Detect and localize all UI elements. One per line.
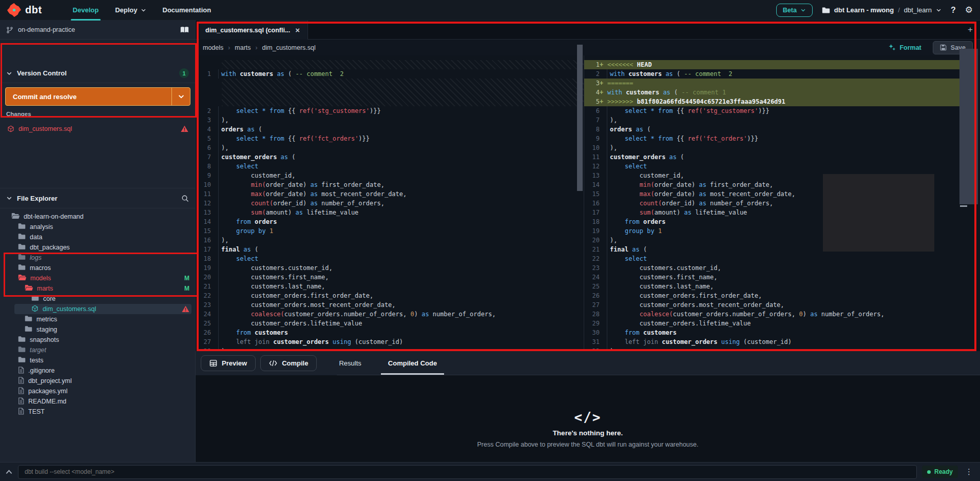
- tab-compiled-code[interactable]: Compiled Code: [386, 351, 439, 375]
- code-line-2: 2 select * from {{ ref('stg_customers')}…: [196, 106, 584, 116]
- format-button[interactable]: Format: [888, 44, 921, 51]
- breadcrumb-marts[interactable]: marts: [235, 44, 251, 51]
- tree-item-marts[interactable]: martsM: [0, 283, 196, 294]
- diff-pane-current[interactable]: 1with customers as ( -- comment 22 selec…: [196, 55, 584, 372]
- code-line-11: 11 max(order_date) as most_recent_order_…: [196, 189, 584, 199]
- tree-item-label: target: [30, 347, 46, 354]
- code-line-10: 10),: [584, 143, 976, 152]
- file-icon: [18, 387, 24, 396]
- dbt-logo-icon: [7, 3, 21, 17]
- dbt-logo[interactable]: dbt: [7, 3, 42, 17]
- code-line-18: 18 select: [196, 254, 584, 263]
- code-line-4: 4orders as (: [196, 125, 584, 134]
- right-pane-scrollbar[interactable]: [959, 49, 978, 204]
- navbar-right: Beta dbt Learn - mwong / dbt_learn ? ⚙: [776, 4, 973, 17]
- tree-item-macros[interactable]: macros: [0, 263, 196, 273]
- tree-item-models[interactable]: modelsM: [0, 273, 196, 283]
- tree-item-tests[interactable]: tests: [0, 355, 196, 365]
- modified-badge: M: [184, 275, 189, 282]
- file-tree: dbt-learn-on-demandanalysisdatadbt_packa…: [0, 211, 196, 417]
- tree-item-staging[interactable]: staging: [0, 324, 196, 335]
- tree-item-label: tests: [30, 357, 43, 364]
- nav-item-deploy[interactable]: Deploy: [107, 0, 154, 21]
- command-input[interactable]: [18, 465, 917, 479]
- gear-icon[interactable]: ⚙: [965, 5, 973, 15]
- tree-item-packages-yml[interactable]: packages.yml: [0, 386, 196, 396]
- status-label: Ready: [934, 468, 953, 475]
- help-icon[interactable]: ?: [951, 6, 956, 15]
- tree-item-label: dbt-learn-on-demand: [24, 213, 84, 220]
- tree-item-dbt-project-yml[interactable]: dbt_project.yml: [0, 376, 196, 386]
- tree-item-dim-customers-sql[interactable]: dim_customers.sql: [0, 304, 196, 314]
- breadcrumb-file[interactable]: dim_customers.sql: [262, 44, 316, 51]
- table-icon: [209, 359, 217, 367]
- folder-icon: [31, 295, 39, 303]
- folder-icon: [18, 346, 26, 354]
- tree-item-core[interactable]: core: [0, 294, 196, 304]
- tree-item-target[interactable]: target: [0, 345, 196, 355]
- tree-item-logs[interactable]: logs: [0, 253, 196, 263]
- tab-dim-customers[interactable]: dim_customers.sql (confli... ×: [199, 21, 308, 40]
- version-control-title: Version Control: [17, 69, 67, 77]
- editor-area: dim_customers.sql (confli... × + models …: [196, 21, 980, 462]
- tree-item-data[interactable]: data: [0, 232, 196, 242]
- tree-item-analysis[interactable]: analysis: [0, 222, 196, 232]
- modified-badge: M: [184, 285, 189, 292]
- left-pane-scrollbar[interactable]: [577, 45, 583, 191]
- tree-item--gitignore[interactable]: .gitignore: [0, 365, 196, 376]
- tree-item-label: dbt_project.yml: [28, 377, 72, 384]
- commit-and-resolve-button[interactable]: Commit and resolve: [5, 87, 190, 106]
- new-tab-icon[interactable]: +: [968, 25, 973, 35]
- beta-button[interactable]: Beta: [776, 4, 813, 17]
- tree-item-metrics[interactable]: metrics: [0, 314, 196, 324]
- code-line-5: 5+>>>>>>> b81f802a66fd544504c65721e3ffaa…: [584, 97, 976, 106]
- branch-row[interactable]: on-demand-practice: [0, 21, 195, 40]
- nav-item-documentation-label: Documentation: [163, 6, 212, 14]
- tab-results-label: Results: [339, 359, 361, 367]
- version-control-header[interactable]: Version Control 1: [0, 64, 195, 83]
- tab-close-icon[interactable]: ×: [295, 26, 300, 34]
- chevron-down-icon: [6, 195, 12, 201]
- file-search-button[interactable]: [181, 195, 189, 202]
- code-line-10: 10 min(order_date) as first_order_date,: [196, 180, 584, 189]
- code-line-23: 23 customers.customer_id,: [584, 263, 976, 273]
- changed-file-row[interactable]: dim_customers.sql: [0, 122, 196, 136]
- file-explorer-header[interactable]: File Explorer: [0, 188, 195, 208]
- code-line-27: 27 left join customer_orders using (cust…: [196, 337, 584, 347]
- book-icon[interactable]: [180, 26, 189, 34]
- editor-breadcrumb-row: models › marts › dim_customers.sql Forma…: [196, 40, 980, 55]
- tree-item-dbt-learn-on-demand[interactable]: dbt-learn-on-demand: [0, 211, 196, 222]
- code-line-9: 9 select * from {{ ref('fct_orders')}}: [584, 134, 976, 143]
- compile-button[interactable]: Compile: [260, 355, 317, 371]
- nav-item-develop[interactable]: Develop: [65, 0, 107, 21]
- project-breadcrumb[interactable]: dbt Learn - mwong / dbt_learn: [822, 6, 941, 14]
- tree-item-snapshots[interactable]: snapshots: [0, 335, 196, 345]
- code-line-17: 17final as (: [196, 245, 584, 254]
- tree-item-readme-md[interactable]: README.md: [0, 396, 196, 407]
- tab-results[interactable]: Results: [337, 351, 363, 375]
- code-line-1: 1with customers as ( -- comment 2: [196, 69, 584, 79]
- nav-item-documentation[interactable]: Documentation: [155, 0, 220, 21]
- changed-file-name: dim_customers.sql: [18, 125, 72, 132]
- code-line-2: 2with customers as ( -- comment 2: [584, 69, 976, 79]
- code-line-3: 3+=======: [584, 79, 976, 88]
- code-line-4: 4+with customers as ( -- comment 1: [584, 88, 976, 97]
- status-badge: Ready: [922, 466, 958, 478]
- tree-item-dbt-packages[interactable]: dbt_packages: [0, 242, 196, 253]
- code-line-15: 15 group by 1: [196, 226, 584, 236]
- chevron-up-icon[interactable]: [5, 469, 13, 475]
- dbt-logo-text: dbt: [25, 4, 42, 16]
- tree-item-label: core: [43, 295, 55, 302]
- kebab-menu-icon[interactable]: ⋮: [963, 467, 975, 476]
- breadcrumb-models[interactable]: models: [203, 44, 223, 51]
- nav-item-deploy-label: Deploy: [115, 6, 137, 14]
- commit-button-dropdown[interactable]: [171, 88, 190, 105]
- code-line-6: 6 select * from {{ ref('stg_customers')}…: [584, 106, 976, 116]
- tree-item-test[interactable]: TEST: [0, 407, 196, 417]
- tree-item-label: metrics: [36, 316, 57, 323]
- scrollbar-marker: [960, 205, 967, 207]
- preview-button[interactable]: Preview: [201, 355, 256, 371]
- commit-button-label: Commit and resolve: [6, 88, 171, 105]
- code-line-13: 13 sum(amount) as lifetime_value: [196, 208, 584, 217]
- preview-label: Preview: [222, 359, 247, 367]
